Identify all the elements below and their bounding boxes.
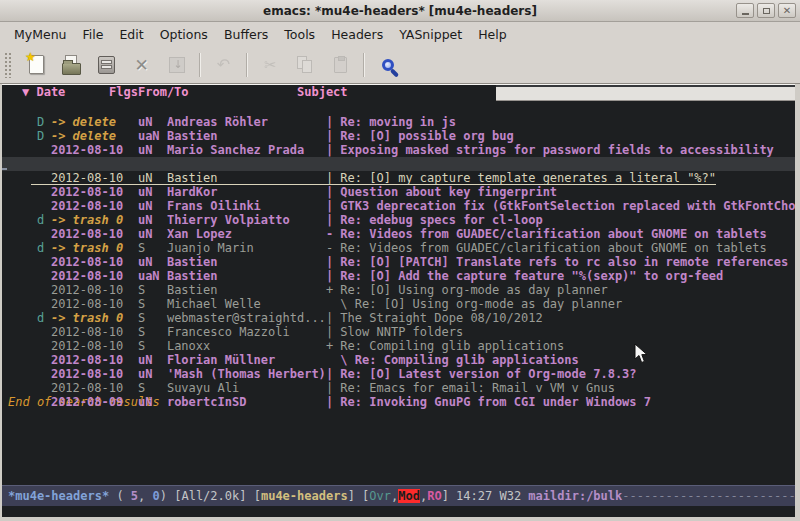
new-file-button[interactable]: ★ — [19, 50, 54, 80]
toolbar-separator — [246, 53, 248, 77]
modeline-segment: -------------------------------- — [622, 489, 795, 503]
mouse-cursor — [634, 343, 648, 364]
column-header-date[interactable]: ▼ Date — [22, 85, 109, 101]
toolbar-separator — [363, 53, 365, 77]
file-cabinet-icon — [98, 56, 115, 74]
mark-cell — [37, 395, 51, 409]
message-row[interactable]: 2012-08-10uNBastien| Re: [O] my capture … — [2, 157, 795, 171]
menu-item-yasnippet[interactable]: YASnippet — [391, 24, 470, 45]
modeline-segment: , — [138, 489, 152, 503]
star-icon: ★ — [25, 50, 36, 64]
cut-button: ✂ — [253, 50, 288, 80]
close-button[interactable]: ✕ — [778, 3, 796, 18]
emacs-window: emacs: *mu4e-headers* [mu4e-headers] ✕ M… — [0, 0, 800, 521]
save-icon — [169, 57, 185, 73]
message-row[interactable]: 2012-08-10SMichael Welle \ Re: [O] Using… — [2, 283, 795, 297]
subject-cell: | Re: Invoking GnuPG from CGI under Wind… — [326, 395, 651, 409]
modeline-segment: 5 — [131, 489, 138, 503]
menu-item-edit[interactable]: Edit — [111, 24, 151, 45]
dired-button[interactable] — [89, 50, 124, 80]
undo-button: ↶ — [206, 50, 241, 80]
minimize-button[interactable] — [736, 3, 754, 18]
message-row[interactable]: d-> trash 0Swebmaster@straightd...| The … — [2, 297, 795, 311]
window-title: emacs: *mu4e-headers* [mu4e-headers] — [0, 4, 800, 18]
column-header-from[interactable]: From/To — [138, 85, 297, 101]
modeline-segment: Mod — [398, 489, 420, 503]
search-button[interactable] — [370, 50, 405, 80]
copy-button — [288, 50, 323, 80]
menu-item-buffers[interactable]: Buffers — [216, 24, 276, 45]
flags-cell: uN — [138, 395, 167, 409]
clipboard-icon — [334, 57, 347, 73]
paste-button — [323, 50, 358, 80]
maximize-icon — [763, 8, 770, 14]
modeline-segment: ) — [160, 489, 174, 503]
menu-item-tools[interactable]: Tools — [276, 24, 323, 45]
message-row[interactable]: 2012-08-10SSuvayu Ali| Re: Emacs for ema… — [2, 367, 795, 381]
header-line-filler — [496, 85, 795, 101]
kill-buffer-button[interactable]: ✕ — [124, 50, 159, 80]
modeline-segment: ] — [348, 489, 362, 503]
message-row[interactable]: 2012-08-10uaNBastien| Re: [O] Add the ca… — [2, 255, 795, 269]
modeline-segment: mu4e-headers — [261, 489, 348, 503]
message-row[interactable]: 2012-08-10SBastien+ Re: [O] Using org-mo… — [2, 269, 795, 283]
message-row[interactable]: D-> deleteuNAndreas Röhler| Re: moving i… — [2, 101, 795, 115]
menu-item-headers[interactable]: Headers — [323, 24, 391, 45]
modeline-segment: 0 — [153, 489, 160, 503]
column-header-subject[interactable]: Subject — [297, 85, 348, 101]
menu-item-file[interactable]: File — [75, 24, 112, 45]
modeline-segment: [ — [254, 489, 261, 503]
modeline-segment: Ovr — [369, 489, 391, 503]
toolbar-grip[interactable] — [4, 52, 12, 78]
message-row[interactable]: 2012-08-10SFrancesco Mazzoli| Slow NNTP … — [2, 311, 795, 325]
modeline-segment: 14:27 W32 — [456, 489, 528, 503]
tool-bar: ★ ✕ ↶ ✂ — [0, 46, 800, 84]
echo-area[interactable] — [2, 506, 795, 517]
toolbar-separator — [199, 53, 201, 77]
open-folder-icon — [62, 63, 81, 75]
menu-item-mymenu[interactable]: MyMenu — [6, 24, 75, 45]
scissors-icon: ✂ — [264, 56, 277, 74]
undo-icon: ↶ — [217, 55, 230, 74]
mode-line: *mu4e-headers* ( 5, 0) [All/2.0k] [mu4e-… — [2, 485, 795, 506]
column-header-flags[interactable]: Flgs — [109, 85, 138, 101]
modeline-segment: ( — [109, 489, 131, 503]
modeline-segment: *mu4e-headers* — [8, 489, 109, 503]
message-row[interactable]: 2012-08-10uNBastien| Re: [O] Birthdays, … — [2, 143, 795, 157]
window-border — [0, 517, 800, 519]
message-row[interactable]: 2012-08-10uNMario Sanchez Prada| Exposin… — [2, 129, 795, 143]
message-row[interactable]: d-> trash 0SJuanjo Marin- Re: Videos fro… — [2, 227, 795, 241]
message-row[interactable]: 2012-08-10uNFlorian Müllner \ Re: Compil… — [2, 339, 795, 353]
modeline-segment: RO — [427, 489, 441, 503]
message-row[interactable]: D-> deleteuaNBastien| Re: [O] possible o… — [2, 115, 795, 129]
message-row[interactable]: 2012-08-10uNHardKor| Question about key … — [2, 171, 795, 185]
message-list: D-> deleteuNAndreas Röhler| Re: moving i… — [2, 101, 795, 395]
maximize-button[interactable] — [757, 3, 775, 18]
message-row[interactable]: 2012-08-10uN'Mash (Thomas Herbert)| Re: … — [2, 353, 795, 367]
from-cell: robertcInSD — [167, 395, 326, 409]
message-row[interactable]: 2012-08-10uNBastien| Re: [O] [PATCH] Tra… — [2, 241, 795, 255]
menu-item-options[interactable]: Options — [152, 24, 216, 45]
window-buttons: ✕ — [736, 3, 796, 18]
minimize-icon — [742, 13, 749, 15]
message-row[interactable]: 2012-08-09uNrobertcInSD| Re: Invoking Gn… — [2, 381, 795, 395]
title-bar[interactable]: emacs: *mu4e-headers* [mu4e-headers] ✕ — [0, 0, 800, 22]
message-row[interactable]: 2012-08-10uNXan Lopez- Re: Videos from G… — [2, 213, 795, 227]
message-row[interactable]: 2012-08-10uNFrans Oilinki| GTK3 deprecat… — [2, 185, 795, 199]
modeline-segment: maildir:/bulk — [528, 489, 622, 503]
open-file-button[interactable] — [54, 50, 89, 80]
close-x-icon: ✕ — [134, 55, 148, 75]
mu4e-headers-buffer: ▼ DateFlgsFrom/ToSubject D-> deleteuNAnd… — [2, 84, 795, 517]
date-cell: 2012-08-09 — [51, 395, 138, 409]
save-buffer-button — [159, 50, 194, 80]
modeline-segment: ] — [442, 489, 456, 503]
fringe-cursor-indicator — [2, 168, 7, 170]
menu-bar: MyMenuFileEditOptionsBuffersToolsHeaders… — [0, 22, 800, 46]
modeline-segment: [All/2.0k] — [174, 489, 253, 503]
header-line: ▼ DateFlgsFrom/ToSubject — [2, 85, 795, 101]
close-icon: ✕ — [783, 6, 791, 16]
menu-item-help[interactable]: Help — [470, 24, 515, 45]
message-row[interactable]: d-> trash 0uNThierry Volpiatto| Re: edeb… — [2, 199, 795, 213]
message-row[interactable]: 2012-08-10SLanoxx+ Re: Compiling glib ap… — [2, 325, 795, 339]
